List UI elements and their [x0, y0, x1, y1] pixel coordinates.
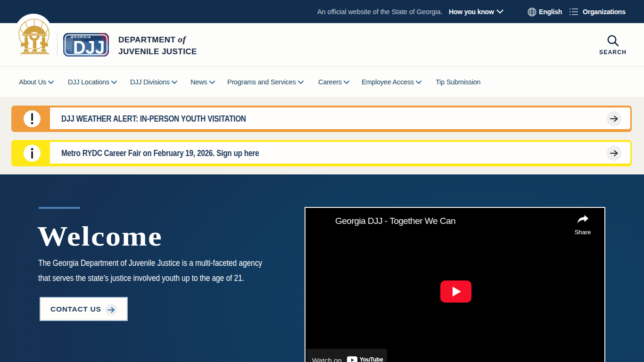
svg-text:DJJ: DJJ [73, 38, 105, 57]
